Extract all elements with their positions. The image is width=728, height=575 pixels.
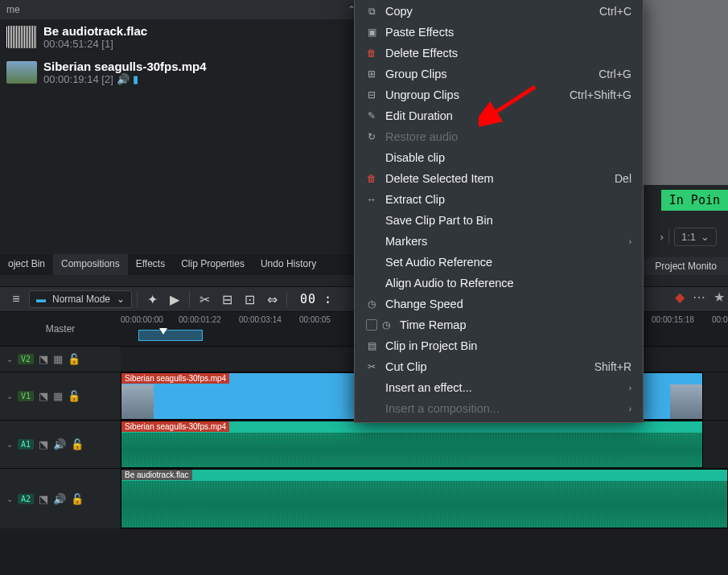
playhead-icon[interactable] — [159, 328, 167, 335]
chevron-right-icon[interactable]: › — [660, 231, 664, 243]
trash-icon: 🗑 — [366, 47, 377, 59]
menu-copy[interactable]: ⧉CopyCtrl+C — [355, 1, 643, 22]
track-badge: A1 — [18, 439, 34, 450]
lock-icon[interactable]: 🔓 — [71, 493, 84, 505]
play-icon[interactable]: ▶ — [165, 290, 184, 309]
tab-project-bin[interactable]: oject Bin — [0, 254, 53, 275]
bin-header: me ⌃ — [0, 0, 362, 19]
timeline-clip-audio[interactable]: Be audiotrack.flac — [121, 469, 728, 528]
tab-effects[interactable]: Effects — [128, 254, 173, 275]
scissors-icon[interactable]: ✂ — [195, 290, 214, 309]
menu-disable-clip[interactable]: Disable clip — [355, 147, 643, 168]
project-bin-panel: me ⌃ Be audiotrack.flac 00:04:51:24 [1] … — [0, 0, 362, 253]
menu-change-speed[interactable]: ◷Change Speed — [355, 294, 643, 314]
menu-time-remap[interactable]: ◷Time Remap — [355, 314, 643, 335]
context-menu: ⧉CopyCtrl+C ▣Paste Effects 🗑Delete Effec… — [354, 0, 644, 423]
star-icon[interactable]: ★ — [714, 290, 725, 305]
tab-clip-properties[interactable]: Clip Properties — [173, 254, 253, 275]
zoom-selector[interactable]: 1:1⌄ — [674, 228, 717, 246]
menu-delete-effects[interactable]: 🗑Delete Effects — [355, 43, 643, 64]
chevron-down-icon[interactable]: ⌄ — [6, 392, 13, 400]
tag-icon[interactable]: ⬔ — [39, 438, 48, 450]
bin-icon: ▤ — [366, 340, 377, 351]
clip-label: Be audiotrack.flac — [121, 470, 192, 480]
hamburger-icon[interactable]: ≡ — [6, 290, 26, 309]
marker-diamond-icon[interactable]: ◆ — [675, 290, 685, 305]
track-badge: A2 — [18, 494, 34, 504]
menu-clip-in-bin[interactable]: ▤Clip in Project Bin — [355, 335, 643, 356]
track-header-v1[interactable]: ⌄ V1 ⬔ ▦ 🔓 — [0, 372, 121, 420]
overwrite-icon[interactable]: ⊡ — [240, 290, 259, 309]
lock-icon[interactable]: 🔓 — [71, 438, 84, 450]
lock-icon[interactable]: 🔓 — [68, 390, 80, 402]
scissors-icon: ✂ — [366, 361, 377, 372]
filmstrip-icon[interactable]: ▦ — [53, 390, 63, 402]
tab-compositions[interactable]: Compositions — [53, 254, 128, 275]
fit-icon[interactable]: ⇔ — [262, 290, 282, 309]
marker-dots-icon[interactable]: ⋯ — [693, 290, 705, 305]
chevron-down-icon[interactable]: ⌄ — [6, 355, 13, 363]
filmstrip-icon: ▮ — [133, 73, 138, 85]
right-toolbar: ◆ ⋯ ★ — [675, 290, 725, 305]
video-thumbnail-icon — [6, 61, 37, 84]
track-content-a1[interactable]: Siberian seagulls-30fps.mp4 — [121, 421, 728, 468]
menu-align-audio[interactable]: Align Audio to Reference — [355, 273, 643, 294]
chevron-down-icon[interactable]: ⌄ — [6, 495, 13, 503]
menu-edit-duration[interactable]: ✎Edit Duration — [355, 105, 643, 126]
menu-insert-effect[interactable]: Insert an effect...› — [355, 377, 643, 398]
speaker-icon[interactable]: 🔊 — [53, 438, 66, 450]
trash-icon: 🗑 — [366, 173, 377, 184]
menu-cut-clip[interactable]: ✂Cut ClipShift+R — [355, 356, 643, 377]
track-badge: V2 — [18, 354, 34, 364]
menu-save-clip-part[interactable]: Save Clip Part to Bin — [355, 210, 643, 231]
tab-project-monitor[interactable]: Project Monito — [644, 257, 728, 275]
menu-paste-effects[interactable]: ▣Paste Effects — [355, 22, 643, 43]
tab-undo-history[interactable]: Undo History — [253, 254, 324, 275]
clip-thumbnail — [121, 384, 154, 419]
bin-clip-item[interactable]: Be audiotrack.flac 00:04:51:24 [1] — [0, 19, 362, 55]
edit-mode-selector[interactable]: ▬ Normal Mode ⌄ — [29, 290, 132, 308]
track-badge: V1 — [18, 391, 34, 401]
ruler-selection[interactable] — [138, 330, 203, 341]
menu-delete-selected[interactable]: 🗑Delete Selected ItemDel — [355, 168, 643, 189]
menu-ungroup-clips[interactable]: ⊟Ungroup ClipsCtrl+Shift+G — [355, 84, 643, 105]
waveform — [121, 433, 702, 467]
tag-icon[interactable]: ⬔ — [39, 353, 48, 365]
chevron-down-icon[interactable]: ⌄ — [6, 440, 13, 449]
checkbox-icon[interactable] — [366, 319, 377, 331]
chevron-right-icon: › — [629, 384, 631, 392]
preview-tools: › 1:1⌄ — [649, 225, 728, 248]
filmstrip-icon[interactable]: ▦ — [53, 353, 63, 365]
timeline-clip-audio[interactable]: Siberian seagulls-30fps.mp4 — [121, 421, 703, 468]
waveform — [121, 481, 727, 528]
tag-icon[interactable]: ⬔ — [39, 390, 48, 402]
menu-group-clips[interactable]: ⊞Group ClipsCtrl+G — [355, 64, 643, 84]
magic-wand-icon[interactable]: ✦ — [142, 290, 162, 309]
normal-mode-icon: ▬ — [36, 294, 46, 305]
lock-icon[interactable]: 🔓 — [68, 353, 80, 365]
timecode-display[interactable]: 00 : — [300, 292, 332, 306]
bin-clip-item[interactable]: Siberian seagulls-30fps.mp4 00:00:19:14 … — [0, 55, 362, 90]
audio-thumbnail-icon — [6, 26, 37, 48]
clip-thumbnail — [670, 384, 702, 419]
copy-icon: ⧉ — [366, 6, 377, 17]
tag-icon[interactable]: ⬔ — [39, 493, 48, 505]
extract-icon: ↔ — [366, 194, 377, 205]
insert-icon[interactable]: ⊟ — [217, 290, 236, 309]
clip-name: Be audiotrack.flac — [43, 24, 147, 38]
menu-set-audio-ref[interactable]: Set Audio Reference — [355, 252, 643, 273]
track-header-v2[interactable]: ⌄ V2 ⬔ ▦ 🔓 — [0, 347, 121, 372]
ungroup-icon: ⊟ — [366, 89, 377, 101]
track-content-a2[interactable]: Be audiotrack.flac — [121, 469, 728, 528]
bin-header-label: me — [6, 4, 20, 15]
paste-icon: ▣ — [366, 27, 377, 38]
track-header-a2[interactable]: ⌄ A2 ⬔ 🔊 🔓 — [0, 469, 121, 528]
edit-icon: ✎ — [366, 110, 377, 121]
speaker-icon[interactable]: 🔊 — [53, 493, 66, 505]
menu-extract-clip[interactable]: ↔Extract Clip — [355, 189, 643, 210]
menu-markers[interactable]: Markers› — [355, 231, 643, 252]
group-icon: ⊞ — [366, 68, 377, 80]
track-header-a1[interactable]: ⌄ A1 ⬔ 🔊 🔓 — [0, 421, 121, 468]
speedometer-icon: ◷ — [366, 298, 377, 310]
clip-name: Siberian seagulls-30fps.mp4 — [43, 60, 207, 73]
